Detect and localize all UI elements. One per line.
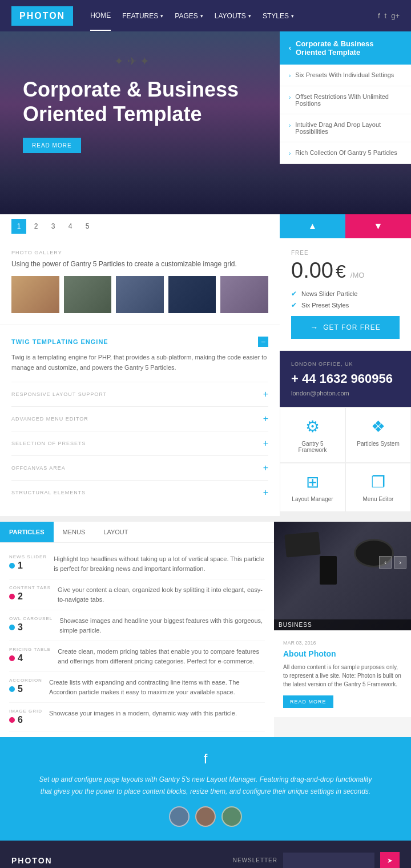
page-1-button[interactable]: 1 [11,219,26,234]
dropdown-item-1[interactable]: › Six Presets With Individual Settings [280,65,411,86]
facebook-icon[interactable]: f [23,751,388,767]
accordion-plus-icon: + [263,389,268,399]
bottom-footer-inner: PHOTON NEWSLETTER ➤ [11,852,400,868]
business-label: BUSINESS [274,619,411,630]
accordion-section: TWIG TEMPLATING ENGINE − Twig is a templ… [0,325,280,516]
dropdown-item-3[interactable]: › Intuitive Drag And Drop Layout Possibi… [280,114,411,142]
chevron-right-icon: › [289,122,291,129]
accordion-plus-icon: + [263,414,268,424]
chevron-right-icon: › [289,73,291,79]
accordion-plus-icon: + [263,438,268,449]
pricing-down-button[interactable]: ▼ [345,214,411,238]
contact-email[interactable]: london@photon.com [291,390,400,397]
hero-birds: ✦ ✈ ✦ [114,54,150,68]
page-3-button[interactable]: 3 [46,219,61,234]
footer-banner-text: Set up and configure page layouts with G… [34,774,377,797]
dot-blue-icon [9,563,15,569]
hero-title: Corporate & Business Oriented Template [23,77,263,126]
nav-item-pages[interactable]: PAGES ▾ [175,1,203,31]
photo-thumb-1[interactable] [11,276,59,313]
image-nav: ‹ › [379,556,406,569]
pricing-controls: ▲ ▼ [280,214,411,238]
page-2-button[interactable]: 2 [29,219,43,234]
dropdown-item-2[interactable]: › Offset Restrictions With Unlimited Pos… [280,86,411,114]
particles-list: NEWS SLIDER 1 Highlight top headlines wi… [0,543,274,737]
list-item: PRICING TABLE 4 Create clean, modern pri… [9,641,265,672]
header-social: f t g+ [378,11,400,20]
photo-thumb-2[interactable] [64,276,112,313]
business-image: BUSINESS ‹ › [274,522,411,630]
tab-particles[interactable]: PARTICLES [0,522,54,542]
icon-cell-particles[interactable]: ❖ Particles System [345,407,411,463]
twig-collapse-button[interactable]: − [258,337,268,347]
icon-cell-gantry[interactable]: ⚙ Gantry 5 Framework [280,407,345,463]
hero-section: ✦ ✈ ✦ Corporate & Business Oriented Temp… [0,31,411,214]
hero-dropdown-panel: ‹ Corporate & Business Oriented Template… [280,31,411,164]
pricing-amount: 0.00 [291,258,333,283]
gear-icon: ⚙ [305,417,320,436]
newsletter-submit-button[interactable]: ➤ [380,852,400,868]
dropdown-items: › Six Presets With Individual Settings ›… [280,65,411,164]
list-item: IMAGE GRID 6 Showcase your images in a m… [9,703,265,731]
twitter-icon[interactable]: t [385,11,387,20]
menu-icon: ❐ [371,473,385,491]
footer-avatars [23,806,388,827]
dropdown-header[interactable]: ‹ Corporate & Business Oriented Template [280,31,411,65]
particles-section: PARTICLES MENUS LAYOUT NEWS SLIDER 1 Hig… [0,522,411,737]
pricing-up-button[interactable]: ▲ [280,214,345,238]
photo-thumb-3[interactable] [116,276,164,313]
pricing-feature-2: ✔ Six Preset Styles [291,301,400,309]
nav-item-features[interactable]: FEATURES ▾ [122,1,163,31]
page-5-button[interactable]: 5 [80,219,95,234]
dropdown-item-4[interactable]: › Rich Collection Of Gantry 5 Particles [280,142,411,164]
nav-item-home[interactable]: HOME [90,1,111,31]
newsletter-input[interactable] [283,853,374,868]
pricing-price: 0.00 € /MO [291,258,400,283]
check-icon: ✔ [291,290,297,298]
avatar-2 [195,806,216,827]
facebook-icon[interactable]: f [378,11,380,20]
menu-label: Menu Editor [363,496,394,502]
blog-title[interactable]: About Photon [283,649,402,658]
photo-thumb-5[interactable] [220,276,268,313]
main-area: PHOTO GALLERY Using the power of Gantry … [0,238,411,516]
read-more-button[interactable]: READ MORE [23,138,81,153]
twig-title: TWIG TEMPLATING ENGINE [11,338,108,345]
dot-blue-icon [9,686,15,692]
photo-thumb-4[interactable] [168,276,216,313]
page-4-button[interactable]: 4 [63,219,78,234]
accordion-item-5[interactable]: STRUCTURAL ELEMENTS + [11,480,268,505]
photo-gallery-desc: Using the power of Gantry 5 Particles to… [11,260,268,268]
chevron-right-icon: › [289,150,291,157]
particles-image: BUSINESS ‹ › [274,522,411,630]
pagination: 1 2 3 4 5 [0,214,280,238]
sidebar-column: FREE 0.00 € /MO ✔ News Slider Particle ✔… [280,238,411,516]
footer-banner: f Set up and configure page layouts with… [0,737,411,841]
icon-cell-menu[interactable]: ❐ Menu Editor [345,463,411,512]
get-free-button[interactable]: → GET FOR FREE [291,316,400,339]
nav-item-styles[interactable]: STYLES ▾ [263,1,294,31]
icon-cell-layout[interactable]: ⊞ Layout Manager [280,463,345,512]
tab-layout[interactable]: LAYOUT [94,522,137,542]
image-prev-button[interactable]: ‹ [379,556,392,569]
blog-read-more-button[interactable]: READ MORE [283,695,333,708]
list-item: OWL CAROUSEL 3 Showcase images and headl… [9,610,265,641]
googleplus-icon[interactable]: g+ [391,11,400,20]
dot-red-icon [9,717,15,723]
blog-date: MAR 03, 2016 [283,640,402,646]
content-column: PHOTO GALLERY Using the power of Gantry … [0,238,280,516]
accordion-item-4[interactable]: OFFCANVAS AREA + [11,455,268,480]
nav: HOME FEATURES ▾ PAGES ▾ LAYOUTS ▾ STYLES… [90,1,378,31]
accordion-item-3[interactable]: SELECTION OF PRESETS + [11,431,268,455]
accordion-item-2[interactable]: ADVANCED MENU EDITOR + [11,406,268,431]
nav-item-layouts[interactable]: LAYOUTS ▾ [215,1,251,31]
image-next-button[interactable]: › [394,556,406,569]
dot-red-icon [9,594,15,599]
logo[interactable]: PHOTON [11,6,73,26]
newsletter-label: NEWSLETTER [233,857,277,863]
chevron-right-icon: › [289,94,291,101]
particles-left: PARTICLES MENUS LAYOUT NEWS SLIDER 1 Hig… [0,522,274,737]
tab-menus[interactable]: MENUS [54,522,95,542]
accordion-item-1[interactable]: RESPONSIVE LAYOUT SUPPORT + [11,382,268,406]
chevron-left-icon: ‹ [289,44,291,52]
